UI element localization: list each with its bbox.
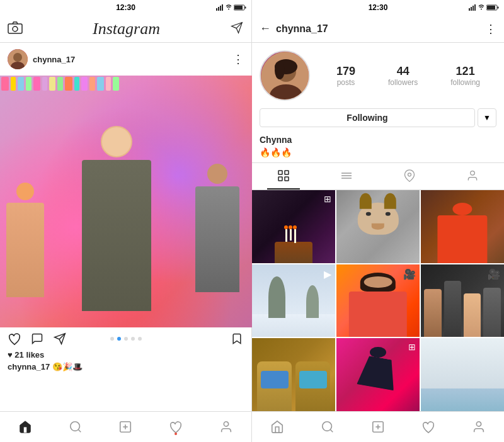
more-options-button[interactable]: ⋮ [485,22,496,36]
svg-rect-23 [469,8,470,11]
svg-rect-37 [285,171,289,174]
profile-avatar[interactable] [260,50,310,101]
profile-header-username: chynna_17 [276,23,480,35]
right-search-nav-button[interactable] [321,420,335,434]
people-scene [0,76,252,327]
post-username[interactable]: chynna_17 [33,55,75,64]
svg-rect-36 [278,171,282,174]
add-nav-button[interactable] [118,420,132,434]
tagged-tab[interactable] [456,163,489,190]
location-icon [403,169,416,182]
grid-item-6[interactable]: 🎥 [421,264,504,337]
svg-point-17 [70,422,79,431]
grid-item-5[interactable]: 🎥 [336,264,420,337]
svg-line-46 [330,429,333,432]
svg-point-44 [471,171,475,176]
svg-line-18 [78,429,81,432]
signal-icon [216,4,224,11]
post-avatar[interactable] [8,49,28,69]
dot-5 [138,337,142,341]
grid-item-9[interactable] [421,338,504,411]
svg-rect-38 [278,177,282,181]
svg-rect-30 [487,6,495,9]
following-stat[interactable]: 121 following [450,65,480,87]
profile-bio: 🔥🔥🔥 [252,146,504,162]
followers-label: followers [388,78,418,87]
svg-rect-6 [245,7,246,9]
posts-stat: 179 posts [336,65,355,87]
heart-nav-button[interactable] [169,420,183,434]
right-heart-nav-button[interactable] [421,420,435,434]
following-button[interactable]: Following [260,108,475,127]
svg-point-43 [408,173,411,176]
profile-icon [219,420,233,434]
profile-name: Chynna [252,132,504,146]
right-search-icon [321,420,335,434]
grid-item-7[interactable] [252,338,335,411]
send-button[interactable] [230,21,244,37]
comment-button[interactable] [30,332,44,345]
list-tab[interactable] [330,163,363,190]
grid-item-8[interactable]: ⊞ [336,338,420,411]
heart-icon [169,420,183,434]
dot-2 [117,337,121,341]
post-actions-container [0,327,251,350]
like-button[interactable] [8,332,21,345]
posts-label: posts [337,78,355,87]
right-time: 12:30 [369,3,388,12]
svg-point-9 [13,26,18,31]
grid-tab[interactable] [267,163,300,190]
search-nav-button[interactable] [69,420,83,434]
home-nav-button[interactable] [18,420,32,434]
grid-item-3[interactable] [421,190,504,263]
caption-username[interactable]: chynna_17 [8,362,50,371]
svg-point-4 [228,9,229,10]
share-button[interactable] [53,332,67,345]
svg-rect-2 [220,6,221,11]
right-add-nav-button[interactable] [371,420,385,434]
photo-grid: ⊞ [252,190,504,411]
grid-item-4[interactable]: ▶ [252,264,335,337]
svg-point-27 [481,9,482,10]
multi-photo-icon-2: ⊞ [408,342,416,352]
back-button[interactable]: ← [260,22,271,35]
svg-point-13 [13,53,22,62]
video-indicator-3: 🎥 [488,268,500,280]
left-header: Instagram [0,15,251,43]
dot-4 [131,337,135,341]
right-heart-icon [421,420,435,434]
followers-count: 44 [397,65,410,78]
home-icon [18,420,32,434]
followers-stat[interactable]: 44 followers [388,65,418,87]
left-panel: 12:30 [0,0,252,442]
right-home-nav-button[interactable] [270,420,284,434]
multi-photo-icon: ⊞ [324,194,331,204]
grid-item-1[interactable]: ⊞ [252,190,335,263]
video-indicator-2: 🎥 [403,268,416,280]
svg-rect-29 [498,7,499,9]
post-more-button[interactable]: ⋮ [232,52,244,66]
following-label: following [450,78,480,87]
bookmark-button[interactable] [230,332,244,345]
profile-tabs [252,162,504,190]
location-tab[interactable] [393,163,426,190]
wifi-icon [226,4,232,11]
grid-item-2[interactable] [336,190,420,263]
right-status-bar: 12:30 [252,0,504,15]
dot-1 [110,337,114,341]
app-logo: Instagram [93,20,160,38]
notification-dot [175,433,177,435]
svg-rect-7 [234,6,243,9]
following-dropdown-button[interactable]: ▼ [478,108,496,127]
profile-nav-button[interactable] [219,420,233,434]
camera-button[interactable] [8,21,23,37]
right-home-icon [270,420,284,434]
avatar-image [8,49,28,69]
right-header: ← chynna_17 ⋮ [252,15,504,43]
right-profile-nav-button[interactable] [472,420,486,434]
add-icon [118,420,132,434]
caption-text: 😘🎉🎩 [52,362,83,371]
svg-rect-1 [218,7,219,11]
post-actions [0,327,251,350]
right-signal-icon [469,4,476,11]
